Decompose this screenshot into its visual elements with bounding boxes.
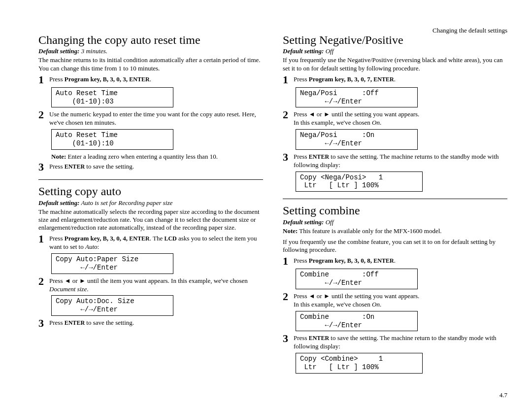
t: On: [372, 301, 380, 308]
t: ENTER: [309, 335, 329, 342]
step-number: 1: [283, 74, 294, 85]
section-divider: [283, 199, 507, 199]
t: ENTER: [65, 163, 85, 170]
t: Document size: [49, 285, 87, 293]
t: Press ◄ or ► until the setting you want …: [294, 110, 419, 118]
default-value: Auto is set for Recording paper size: [79, 199, 172, 206]
t: .: [394, 257, 396, 264]
note-text: This feature is available only for the M…: [298, 227, 441, 235]
lcd-display: Auto Reset Time (01-10):10: [51, 129, 173, 150]
t: Press: [49, 163, 65, 170]
t: Program key,: [309, 257, 347, 264]
lcd-display: Combine :On ←/→/Enter: [296, 311, 418, 332]
lcd-display: Copy Auto:Doc. Size ←/→/Enter: [51, 295, 173, 316]
step-text: Press ◄ or ► until the item you want app…: [49, 277, 263, 294]
step-number: 1: [283, 256, 294, 267]
t: .: [87, 285, 88, 293]
step-number: 3: [283, 333, 294, 344]
default-setting: Default setting: Off: [283, 218, 507, 226]
default-setting: Default setting: 3 minutes.: [38, 47, 263, 55]
section-divider: [38, 179, 263, 180]
step-text: Press Program key, B, 3, 0, 8, ENTER.: [294, 257, 507, 265]
t: , 3, 0, 7,: [351, 75, 374, 83]
step-2: 2 Press ◄ or ► until the item you want a…: [38, 277, 263, 294]
step-3: 3 Press ENTER to save the setting.: [38, 163, 263, 172]
step-text: Press ENTER to save the setting. The mac…: [294, 153, 507, 170]
t: ENTER: [129, 76, 149, 83]
t: , 3, 0, 8,: [351, 257, 374, 264]
default-label: Default setting:: [38, 199, 79, 206]
t: to save the setting.: [85, 163, 134, 170]
step-text: Press ENTER to save the setting.: [49, 163, 263, 171]
step-text: Press Program key, B, 3, 0, 7, ENTER.: [294, 75, 507, 84]
note-text: Enter a leading zero when entering a qua…: [66, 153, 218, 160]
intro-text: The machine automatically selects the re…: [38, 208, 263, 232]
t: to save the setting.: [85, 319, 134, 326]
note-label: Note:: [51, 153, 66, 160]
default-value: 3 minutes.: [79, 47, 107, 55]
step-3: 3 Press ENTER to save the setting. The m…: [283, 334, 507, 351]
t: Press: [49, 75, 65, 83]
t: ENTER: [309, 153, 329, 160]
t: Press: [294, 153, 309, 160]
page-number: 4.7: [499, 391, 507, 399]
section-title: Setting combine: [283, 204, 507, 217]
t: B: [347, 257, 351, 264]
step-2: 2 Press ◄ or ► until the setting you wan…: [283, 292, 507, 309]
lcd-display: Copy Auto:Paper Size ←/→/Enter: [51, 253, 173, 274]
intro-text: If you frequently use the Negative/Posit…: [283, 56, 507, 72]
step-1: 1 Press Program key, B, 3, 0, 4, ENTER. …: [38, 235, 263, 251]
step-number: 1: [38, 234, 49, 244]
step-number: 2: [38, 109, 49, 120]
t: ENTER: [373, 76, 394, 83]
intro-text: The machine returns to its initial condi…: [38, 56, 263, 72]
step-2: 2 Use the numeric keypad to enter the ti…: [38, 110, 263, 127]
default-value: Off: [324, 47, 333, 55]
content-columns: Changing the copy auto reset time Defaul…: [38, 34, 507, 377]
t: , 3, 0, 3,: [107, 75, 130, 83]
step-number: 3: [38, 318, 49, 329]
t: B: [103, 235, 107, 242]
left-column: Changing the copy auto reset time Defaul…: [38, 34, 263, 377]
note: Note: Enter a leading zero when entering…: [51, 153, 263, 161]
step-number: 2: [283, 109, 294, 120]
section-title: Setting Negative/Positive: [283, 34, 507, 46]
step-text: Press Program key, B, 3, 0, 3, ENTER.: [49, 75, 263, 84]
note: Note: This feature is available only for…: [283, 227, 507, 235]
t: .: [394, 75, 396, 83]
lcd-display: Nega/Posi :On ←/→/Enter: [296, 129, 418, 150]
t: :: [98, 243, 100, 250]
step-text: Press ◄ or ► until the setting you want …: [294, 110, 507, 127]
lcd-display: Copy <Nega/Posi> 1 Ltr [ Ltr ] 100%: [296, 171, 423, 192]
step-number: 3: [38, 162, 49, 172]
t: B: [103, 76, 107, 83]
default-label: Default setting:: [283, 218, 324, 226]
step-text: Press ◄ or ► until the setting you want …: [294, 292, 507, 309]
t: Press: [49, 319, 65, 326]
default-label: Default setting:: [38, 47, 79, 55]
t: Program key,: [65, 75, 103, 83]
t: In this example, we've chosen: [294, 119, 372, 126]
step-number: 3: [283, 152, 294, 163]
default-setting: Default setting: Off: [283, 47, 507, 55]
step-3: 3 Press ENTER to save the setting.: [38, 319, 263, 329]
t: On: [372, 119, 380, 126]
step-number: 2: [283, 291, 294, 302]
step-2: 2 Press ◄ or ► until the setting you wan…: [283, 110, 507, 127]
step-number: 2: [38, 276, 49, 287]
t: ENTER: [373, 257, 394, 264]
lcd-display: Nega/Posi :Off ←/→/Enter: [296, 87, 418, 108]
t: In this example, we've chosen: [294, 301, 372, 308]
t: Auto: [85, 243, 98, 250]
t: Program key,: [65, 235, 103, 242]
step-text: Press ENTER to save the setting.: [49, 319, 263, 327]
lcd-display: Combine :Off ←/→/Enter: [296, 269, 418, 289]
default-setting: Default setting: Auto is set for Recordi…: [38, 199, 263, 207]
t: .: [380, 301, 381, 308]
step-3: 3 Press ENTER to save the setting. The m…: [283, 153, 507, 170]
section-title: Setting copy auto: [38, 185, 263, 198]
t: , 3, 0, 4,: [107, 235, 130, 242]
t: Press: [294, 257, 309, 264]
step-1: 1 Press Program key, B, 3, 0, 8, ENTER.: [283, 257, 507, 267]
header-path: Changing the default settings: [432, 27, 507, 34]
